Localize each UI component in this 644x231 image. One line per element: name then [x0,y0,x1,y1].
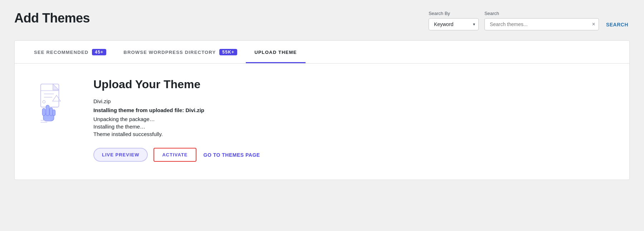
tab-see-recommended[interactable]: SEE RECOMMENDED 45+ [25,41,115,64]
live-preview-button[interactable]: LIVE PREVIEW [93,148,148,162]
svg-rect-9 [53,110,55,116]
search-by-select[interactable]: Keyword Author Tag [429,18,479,30]
main-card: SEE RECOMMENDED 45+ BROWSE WORDPRESS DIR… [14,40,630,180]
search-by-group: Search By Keyword Author Tag ▾ [429,11,479,30]
file-name: Divi.zip [93,98,611,104]
tab-upload-theme[interactable]: UPLOAD THEME [246,42,305,63]
activate-button[interactable]: ACTIVATE [153,148,196,162]
tab-see-recommended-badge: 45+ [92,49,106,55]
search-label: Search [484,11,599,16]
tabs-row: SEE RECOMMENDED 45+ BROWSE WORDPRESS DIR… [15,41,629,64]
header-row: Add Themes Search By Keyword Author Tag … [14,11,630,30]
svg-rect-6 [46,105,49,116]
tab-browse-wordpress-badge: 55K+ [219,49,237,55]
tab-browse-wordpress[interactable]: BROWSE WORDPRESS DIRECTORY 55K+ [115,41,246,64]
tab-see-recommended-label: SEE RECOMMENDED [34,50,88,55]
search-group: Search × [484,11,599,30]
search-area: Search By Keyword Author Tag ▾ Search × [429,11,630,30]
upload-theme-illustration [33,81,72,124]
search-input[interactable] [484,18,599,30]
svg-rect-8 [42,109,45,116]
page-title: Add Themes [14,11,90,26]
search-button[interactable]: SEARCH [605,19,630,30]
go-to-themes-button[interactable]: GO TO THEMES PAGE [202,149,262,161]
card-content: Upload Your Theme Divi.zip Installing th… [15,64,629,180]
tab-upload-theme-label: UPLOAD THEME [254,50,297,55]
actions-row: LIVE PREVIEW ACTIVATE GO TO THEMES PAGE [93,148,611,162]
tab-browse-wordpress-label: BROWSE WORDPRESS DIRECTORY [123,50,216,55]
status-installing: Installing the theme… [93,124,611,130]
search-input-wrapper: × [484,18,599,30]
install-line: Installing theme from uploaded file: Div… [93,107,611,113]
upload-illustration [33,81,75,126]
upload-title: Upload Your Theme [93,78,611,91]
search-by-label: Search By [429,11,479,16]
search-clear-button[interactable]: × [592,21,595,27]
svg-rect-7 [50,108,53,116]
status-success: Theme installed successfully. [93,131,611,137]
upload-details: Upload Your Theme Divi.zip Installing th… [93,78,611,162]
status-unpacking: Unpacking the package… [93,116,611,122]
search-by-wrapper: Keyword Author Tag ▾ [429,18,479,30]
